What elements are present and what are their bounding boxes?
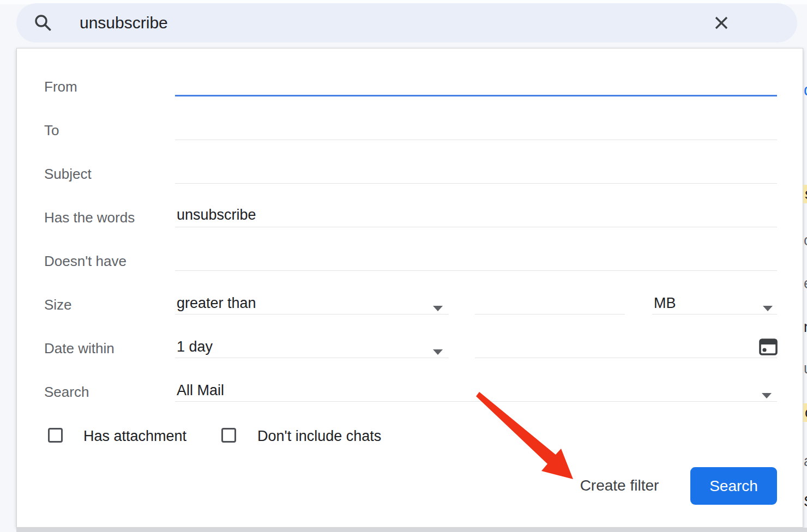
dont-include-chats-checkbox[interactable]	[221, 428, 236, 443]
bg-text-fragment: S	[804, 492, 807, 511]
bg-text-fragment: d	[804, 81, 807, 99]
search-input[interactable]	[80, 3, 679, 43]
bg-text-fragment: n	[804, 318, 807, 336]
bg-text-fragment: c	[804, 231, 807, 250]
subject-label: Subject	[44, 165, 92, 183]
doesnt-have-label: Doesn't have	[44, 252, 127, 270]
dont-include-chats-label[interactable]: Don't include chats	[257, 427, 381, 445]
bg-text-fragment: e	[804, 274, 807, 293]
from-label: From	[44, 78, 77, 95]
date-within-row: Date within 1 day	[17, 327, 803, 370]
bg-text-fragment: u	[804, 359, 807, 378]
date-input[interactable]	[475, 334, 777, 358]
size-unit-select[interactable]: MB	[652, 291, 777, 315]
to-row: To	[17, 108, 803, 152]
bg-text-fragment-highlighted: o	[803, 403, 807, 422]
size-amount-input[interactable]	[475, 291, 625, 315]
has-words-input[interactable]	[175, 203, 777, 227]
chevron-down-icon[interactable]	[762, 393, 772, 398]
has-words-row: Has the words	[17, 196, 803, 239]
to-input[interactable]	[175, 116, 777, 140]
search-icon	[34, 14, 52, 32]
chevron-down-icon[interactable]	[433, 306, 443, 311]
search-scope-select[interactable]: All Mail	[175, 378, 777, 402]
close-icon	[712, 14, 731, 32]
search-scope-row: Search All Mail	[17, 370, 803, 414]
has-attachment-checkbox[interactable]	[48, 428, 63, 443]
date-picker-button[interactable]	[758, 336, 778, 356]
search-button[interactable]: Search	[690, 467, 777, 505]
from-input[interactable]	[175, 72, 777, 96]
bg-text-fragment: a	[804, 452, 807, 470]
advanced-search-dialog: From To Subject Has the words Doesn't ha…	[16, 48, 803, 528]
has-words-label: Has the words	[44, 209, 135, 226]
chevron-down-icon[interactable]	[433, 349, 443, 355]
size-row: Size greater than MB	[17, 283, 803, 327]
calendar-icon	[758, 336, 778, 356]
subject-row: Subject	[17, 152, 803, 196]
size-operator-select[interactable]: greater than	[175, 291, 449, 315]
gmail-search-bar[interactable]	[16, 3, 797, 43]
clear-search-button[interactable]	[712, 14, 731, 32]
doesnt-have-input[interactable]	[175, 247, 777, 271]
doesnt-have-row: Doesn't have	[17, 239, 803, 283]
size-label: Size	[44, 296, 72, 313]
page-bottom-strip	[16, 528, 807, 532]
from-row: From	[17, 65, 803, 108]
date-within-select[interactable]: 1 day	[175, 334, 449, 358]
has-attachment-label[interactable]: Has attachment	[83, 427, 186, 445]
chevron-down-icon[interactable]	[763, 306, 773, 311]
create-filter-button[interactable]: Create filter	[561, 467, 678, 504]
subject-input[interactable]	[175, 160, 777, 184]
options-row: Has attachment Don't include chats	[17, 420, 803, 451]
date-within-label: Date within	[44, 340, 115, 357]
search-scope-label: Search	[44, 383, 89, 401]
to-label: To	[44, 122, 59, 139]
dialog-footer: Create filter Search	[17, 467, 803, 504]
bg-text-fragment-highlighted: s	[803, 185, 807, 203]
